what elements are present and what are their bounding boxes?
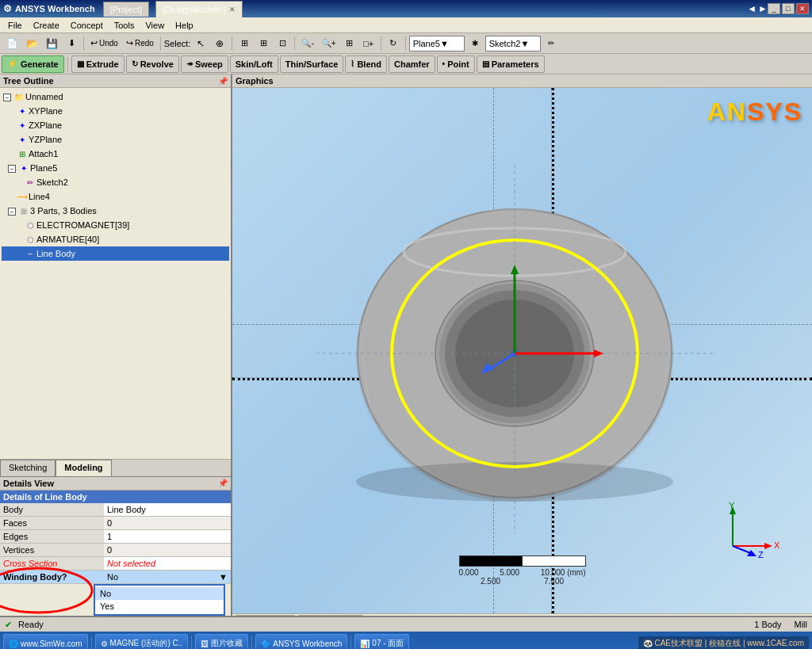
tab-close-icon[interactable]: ✕ [229,6,236,13]
taskbar-photos[interactable]: 🖼 图片收藏 [195,634,248,649]
details-pin[interactable]: 📌 [218,479,228,488]
taskbar-ansys[interactable]: 🔷 ANSYS Workbench [255,634,347,649]
minimize-button[interactable]: _ [768,3,780,14]
tree-item-attach1[interactable]: ⊞ Attach1 [2,147,229,161]
taskbar-simwe[interactable]: 🌐 www.SimWe.com [3,634,88,649]
tree-header: Tree Outline 📌 [0,74,231,88]
winding-dropdown-arrow[interactable]: ▼ [219,572,228,582]
zoom-in[interactable]: 🔍+ [319,35,339,52]
tree-item-electromagnet[interactable]: ⬡ ELECTROMAGNET[39] [2,218,229,232]
nav-left[interactable]: ◄ [747,3,756,14]
chamfer-button[interactable]: Chamfer [389,55,435,73]
winding-dropdown-popup: No Yes [94,584,225,616]
redo-button[interactable]: ↪ Redo [123,35,157,52]
save-button[interactable]: 💾 [43,35,61,52]
title-area: ⚙ ANSYS Workbench [3,3,95,14]
svg-marker-27 [747,550,756,556]
tree-item-linebody[interactable]: ╌ Line Body [2,246,229,261]
sep4 [294,36,295,51]
tree-item-yzplane[interactable]: ✦ YZPlane [2,132,229,147]
detail-label-body: Body [0,503,104,517]
tab-modeling[interactable]: Modeling [56,460,111,476]
zoom-box[interactable]: □+ [360,35,377,52]
sketch-dropdown[interactable]: Sketch2▼ [485,36,541,52]
taskbar: 🌐 www.SimWe.com ⚙ MAGNE (活动的) C.. 🖼 图片收藏… [0,632,812,649]
xyplane-icon: ✦ [16,105,29,117]
tab-project[interactable]: [Project] [103,2,149,17]
detail-value-winding[interactable]: No ▼ [104,571,231,584]
linebody-icon: ╌ [24,247,36,260]
detail-row-vertices: Vertices 0 [0,544,231,557]
status-icon: ✔ [5,620,12,630]
coord-axes-svg: X Y Z [725,502,780,558]
select-mode2[interactable]: ⊕ [211,35,228,52]
plane-dropdown[interactable]: Plane5▼ [409,36,465,52]
sep3 [232,36,232,51]
graphics-viewport[interactable]: ANSYS 1CAE.COM [232,88,812,613]
tree-label-armature: ARMATURE[40] [36,235,99,244]
tree-item-line4[interactable]: ⟶ Line4 [2,189,229,204]
view-btn3[interactable]: ⊡ [274,35,291,52]
view-btn2[interactable]: ⊞ [255,35,272,52]
taskbar-07[interactable]: 📊 07 - 面面 [354,634,409,649]
tab-sketching[interactable]: Sketching [0,460,56,476]
zoom-fit[interactable]: ⊞ [341,35,358,52]
plane-icon[interactable]: ✱ [466,35,484,52]
sketch-icon[interactable]: ✏ [542,35,560,52]
tree-item-armature[interactable]: ⬡ ARMATURE[40] [2,232,229,246]
menu-tools[interactable]: Tools [109,19,140,32]
nav-right[interactable]: ► [758,3,768,14]
taskbar-magne[interactable]: ⚙ MAGNE (活动的) C.. [95,634,189,649]
sweep-button[interactable]: ↠Sweep [181,55,228,73]
open-button[interactable]: 📂 [23,35,41,52]
detail-row-faces: Faces 0 [0,517,231,530]
view-btn1[interactable]: ⊞ [236,35,253,52]
dropdown-option-yes[interactable]: Yes [95,600,224,613]
sketch2-icon: ✏ [24,176,36,189]
menu-create[interactable]: Create [29,19,64,32]
generate-button[interactable]: ⚡Generate [2,55,64,73]
select-mode1[interactable]: ↖ [192,35,209,52]
undo-button[interactable]: ↩ Undo [87,35,121,52]
parameters-button[interactable]: ▤Parameters [477,55,545,73]
zoom-out[interactable]: 🔍- [298,35,316,52]
menu-concept[interactable]: Concept [66,19,108,32]
menu-file[interactable]: File [3,19,27,32]
menu-view[interactable]: View [140,19,169,32]
tab-print-preview[interactable]: Print Preview [298,615,364,617]
tab-designmodeler-label: [DesignModeler] [163,5,226,14]
detail-value-body: Line Body [104,503,231,517]
detail-label-edges: Edges [0,530,104,544]
tab-designmodeler[interactable]: [DesignModeler] ✕ [155,1,243,17]
skinloft-button[interactable]: Skin/Loft [230,55,278,73]
expand-unnamed[interactable]: − [3,92,13,102]
line4-icon: ⟶ [16,190,29,203]
tree-item-plane5[interactable]: − ✦ Plane5 [2,161,229,175]
tab-project-label: [Project] [110,5,142,14]
tree-item-zxplane[interactable]: ✦ ZXPlane [2,118,229,132]
toolbar1: 📄 📂 💾 ⬇ ↩ Undo ↪ Redo Select: ↖ ⊕ ⊞ ⊞ ⊡ … [0,33,812,54]
detail-label-faces: Faces [0,517,104,530]
tree-pin[interactable]: 📌 [218,77,228,86]
dropdown-option-no[interactable]: No [95,587,224,600]
dropdown-container: No Yes [94,584,225,616]
menu-help[interactable]: Help [170,19,198,32]
new-button[interactable]: 📄 [3,35,21,52]
zxplane-icon: ✦ [16,119,29,132]
close-button[interactable]: ✕ [796,3,809,14]
import-button[interactable]: ⬇ [63,35,80,52]
tree-item-sketch2[interactable]: ✏ Sketch2 [2,175,229,189]
thinsurface-button[interactable]: Thin/Surface [280,55,344,73]
tree-item-xyplane[interactable]: ✦ XYPlane [2,104,229,118]
tab-model-view[interactable]: Model View [236,615,295,617]
revolve-button[interactable]: ↻Revolve [126,55,179,73]
svg-text:Z: Z [758,550,764,558]
maximize-button[interactable]: □ [782,3,795,14]
tree-label-unnamed: Unnamed [25,92,63,101]
tree-item-unnamed[interactable]: − 📁 Unnamed [2,90,229,104]
blend-button[interactable]: ⌇Blend [345,55,387,73]
extrude-button[interactable]: ▦Extrude [71,55,124,73]
point-button[interactable]: •Point [437,55,475,73]
tree-item-3parts[interactable]: − ⊞ 3 Parts, 3 Bodies [2,204,229,218]
rotate-btn[interactable]: ↻ [385,35,402,52]
